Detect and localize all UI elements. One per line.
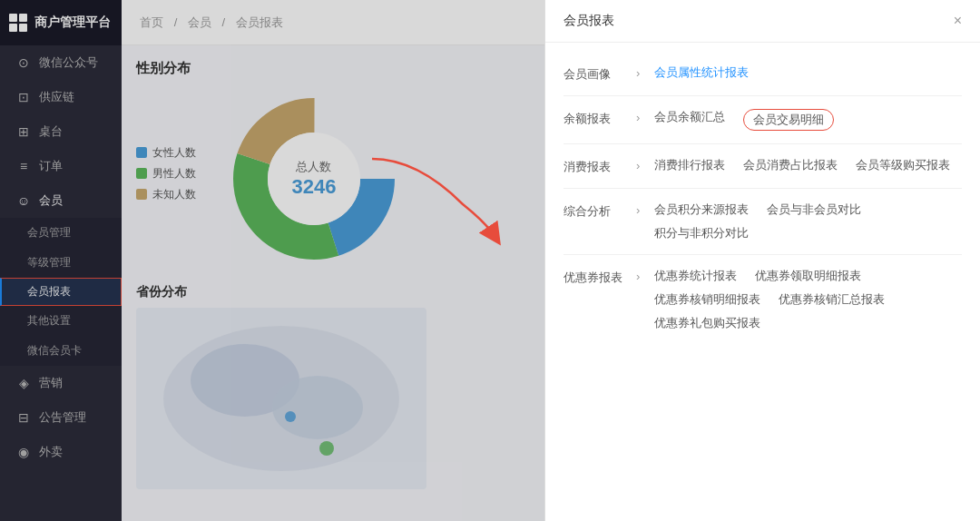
panel-row-label-analysis: 综合分析 <box>564 202 636 220</box>
panel-row-consume: 消费报表 › 消费排行报表 会员消费占比报表 会员等级购买报表 <box>564 144 962 189</box>
panel-body: 会员画像 › 会员属性统计报表 余额报表 › 会员余额汇总 会员交易明细 消费报… <box>545 43 980 521</box>
panel-title: 会员报表 <box>564 13 614 29</box>
panel-link-coupon-gift[interactable]: 优惠券礼包购买报表 <box>654 315 760 331</box>
panel-row-arrow-consume: › <box>636 157 654 172</box>
panel-row-links-analysis: 会员积分来源报表 会员与非会员对比 积分与非积分对比 <box>654 202 962 241</box>
panel-link-coupon-verify-summary[interactable]: 优惠券核销汇总报表 <box>779 291 885 308</box>
panel-row-arrow-coupon: › <box>636 268 654 283</box>
panel-close-button[interactable]: × <box>954 13 962 29</box>
panel-row-arrow-analysis: › <box>636 202 654 217</box>
panel-link-coupon-verify-detail[interactable]: 优惠券核销明细报表 <box>654 291 760 308</box>
panel-row-links-portrait: 会员属性统计报表 <box>654 64 962 81</box>
panel-link-analysis-points-vs[interactable]: 积分与非积分对比 <box>654 225 749 241</box>
panel-link-coupon-receive[interactable]: 优惠券领取明细报表 <box>755 268 861 284</box>
panel-link-portrait-attr[interactable]: 会员属性统计报表 <box>654 64 749 81</box>
panel-link-consume-ratio[interactable]: 会员消费占比报表 <box>743 157 838 173</box>
panel-link-consume-rank[interactable]: 消费排行报表 <box>654 157 725 173</box>
panel-row-links-balance: 会员余额汇总 会员交易明细 <box>654 109 962 131</box>
panel-row-analysis: 综合分析 › 会员积分来源报表 会员与非会员对比 积分与非积分对比 <box>564 189 962 255</box>
panel-row-coupon: 优惠券报表 › 优惠券统计报表 优惠券领取明细报表 优惠券核销明细报表 优惠券核… <box>564 255 962 344</box>
panel-row-links-coupon: 优惠券统计报表 优惠券领取明细报表 优惠券核销明细报表 优惠券核销汇总报表 优惠… <box>654 268 962 331</box>
panel-row-label-portrait: 会员画像 <box>564 64 636 83</box>
panel-link-consume-level[interactable]: 会员等级购买报表 <box>856 157 950 173</box>
panel-row-portrait: 会员画像 › 会员属性统计报表 <box>564 52 962 96</box>
panel-row-label-consume: 消费报表 <box>564 157 636 175</box>
panel-link-analysis-member-vs[interactable]: 会员与非会员对比 <box>767 202 861 218</box>
panel-row-balance: 余额报表 › 会员余额汇总 会员交易明细 <box>564 96 962 144</box>
panel-row-links-consume: 消费排行报表 会员消费占比报表 会员等级购买报表 <box>654 157 962 173</box>
panel-link-analysis-points-source[interactable]: 会员积分来源报表 <box>654 202 749 218</box>
panel-link-balance-detail[interactable]: 会员交易明细 <box>743 109 834 131</box>
panel-row-arrow-portrait: › <box>636 64 654 80</box>
panel-row-arrow-balance: › <box>636 109 654 124</box>
panel-header: 会员报表 × <box>545 0 980 43</box>
panel-link-balance-summary[interactable]: 会员余额汇总 <box>654 109 725 131</box>
panel-link-coupon-stat[interactable]: 优惠券统计报表 <box>654 268 737 284</box>
panel-row-label-coupon: 优惠券报表 <box>564 268 636 286</box>
panel-row-label-balance: 余额报表 <box>564 109 636 127</box>
report-panel: 会员报表 × 会员画像 › 会员属性统计报表 余额报表 › 会员余额汇总 会员交… <box>544 0 980 521</box>
